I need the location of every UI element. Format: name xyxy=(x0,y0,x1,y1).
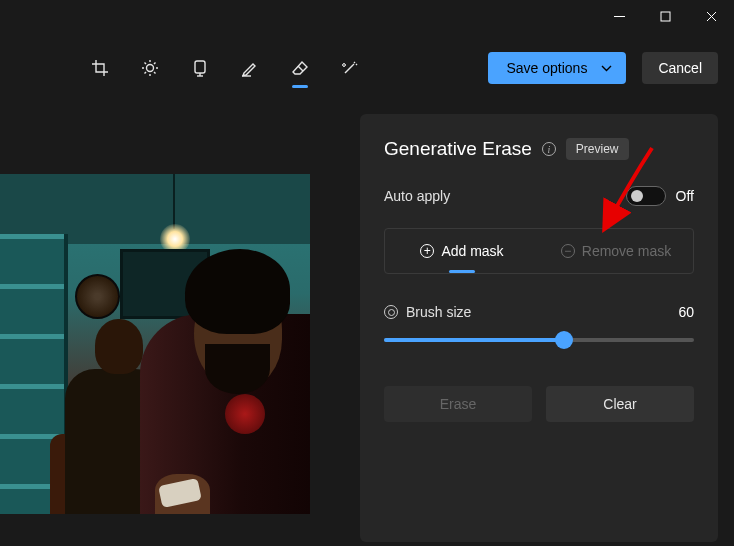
minus-circle-icon: − xyxy=(561,244,575,258)
toggle-knob xyxy=(631,190,643,202)
adjust-icon[interactable] xyxy=(140,58,160,78)
edited-photo xyxy=(0,174,310,514)
cancel-button[interactable]: Cancel xyxy=(642,52,718,84)
chevron-down-icon xyxy=(601,62,612,74)
window-maximize-button[interactable] xyxy=(642,0,688,32)
window-titlebar xyxy=(0,0,734,32)
brush-target-icon xyxy=(384,305,398,319)
slider-thumb[interactable] xyxy=(555,331,573,349)
save-options-button[interactable]: Save options xyxy=(488,52,626,84)
panel-title: Generative Erase xyxy=(384,138,532,160)
editor-toolbar: Save options Cancel xyxy=(0,32,734,104)
preview-badge: Preview xyxy=(566,138,629,160)
remove-mask-tab: − Remove mask xyxy=(539,229,693,273)
image-canvas[interactable] xyxy=(0,174,310,542)
svg-line-11 xyxy=(145,72,147,74)
generative-erase-panel: Generative Erase i Preview Auto apply Of… xyxy=(360,114,718,542)
add-mask-label: Add mask xyxy=(441,243,503,259)
clear-label: Clear xyxy=(603,396,636,412)
auto-apply-toggle[interactable] xyxy=(626,186,666,206)
window-minimize-button[interactable] xyxy=(596,0,642,32)
svg-point-4 xyxy=(147,65,154,72)
add-mask-tab[interactable]: + Add mask xyxy=(385,229,539,273)
erase-button: Erase xyxy=(384,386,532,422)
toggle-state-label: Off xyxy=(676,188,694,204)
svg-line-17 xyxy=(298,66,303,71)
slider-fill xyxy=(384,338,564,342)
info-icon[interactable]: i xyxy=(542,142,556,156)
markup-icon[interactable] xyxy=(240,58,260,78)
svg-rect-1 xyxy=(661,12,670,21)
remove-mask-label: Remove mask xyxy=(582,243,671,259)
clear-button[interactable]: Clear xyxy=(546,386,694,422)
auto-apply-label: Auto apply xyxy=(384,188,450,204)
brush-size-value: 60 xyxy=(678,304,694,320)
plus-circle-icon: + xyxy=(420,244,434,258)
brush-size-slider[interactable] xyxy=(384,328,694,352)
svg-line-12 xyxy=(154,63,156,65)
svg-rect-13 xyxy=(195,61,205,73)
save-options-label: Save options xyxy=(506,60,587,76)
window-close-button[interactable] xyxy=(688,0,734,32)
brush-size-label: Brush size xyxy=(406,304,471,320)
filter-icon[interactable] xyxy=(190,58,210,78)
cancel-label: Cancel xyxy=(658,60,702,76)
retouch-icon[interactable] xyxy=(340,58,360,78)
crop-icon[interactable] xyxy=(90,58,110,78)
svg-line-10 xyxy=(154,72,156,74)
erase-label: Erase xyxy=(440,396,477,412)
erase-icon[interactable] xyxy=(290,58,310,78)
svg-line-9 xyxy=(145,63,147,65)
